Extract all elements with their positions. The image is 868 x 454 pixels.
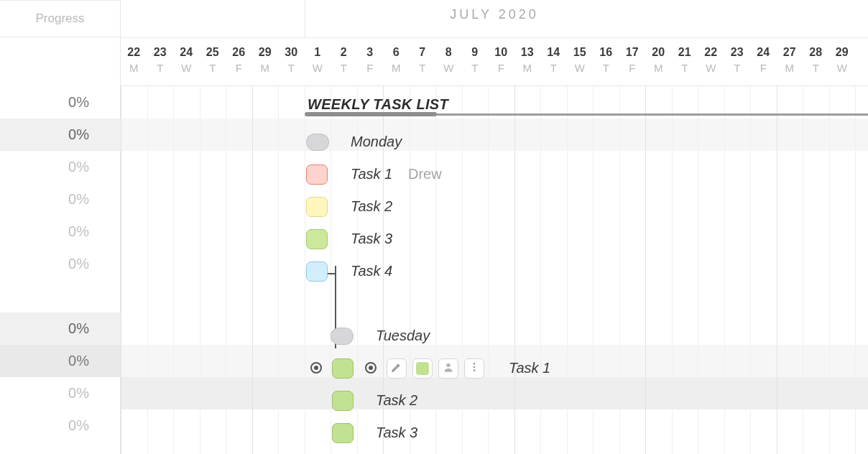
task-label: Task 1 [351, 166, 392, 182]
date-header-cell[interactable]: 2T [331, 46, 357, 74]
progress-value: 0% [0, 345, 121, 377]
date-header-cell[interactable]: 27M [777, 46, 803, 74]
edit-task-button[interactable] [387, 358, 407, 379]
date-header-cell[interactable]: 13M [514, 46, 541, 74]
progress-value: 0% [0, 248, 121, 280]
user-icon [443, 361, 454, 376]
task-chip[interactable] [332, 391, 354, 411]
task-chip[interactable] [306, 229, 328, 249]
date-header-cell[interactable]: 21T [672, 46, 698, 74]
progress-value: 0% [0, 151, 121, 183]
dependency-connector [328, 273, 335, 274]
assign-user-button[interactable] [438, 358, 458, 379]
date-header-cell[interactable]: 3F [357, 46, 384, 74]
day-chip[interactable] [306, 134, 329, 151]
task-row[interactable]: Task 3 [121, 417, 868, 449]
color-picker-button[interactable] [412, 358, 433, 379]
kebab-icon [468, 361, 480, 376]
date-header-cell[interactable]: 15W [567, 46, 594, 74]
date-header-cell[interactable]: 22W [698, 46, 724, 74]
link-start-handle[interactable] [310, 362, 322, 374]
color-swatch [416, 362, 429, 375]
svg-point-2 [474, 366, 476, 369]
month-divider [305, 0, 305, 38]
progress-column: Progress 0% 0% 0% 0% 0% 0% 0% 0% 0% 0% [0, 0, 121, 454]
progress-value: 0% [0, 183, 121, 216]
date-header-cell[interactable]: 22M [121, 46, 147, 74]
group-range-bar[interactable] [305, 112, 437, 116]
date-header-cell[interactable]: 24F [750, 46, 777, 74]
task-toolbar [387, 358, 484, 379]
pencil-icon [391, 361, 402, 376]
date-header-cell[interactable]: 14T [540, 46, 567, 74]
date-header-cell[interactable]: 23T [147, 46, 174, 74]
link-end-handle[interactable] [365, 362, 377, 374]
task-label: Task 1 [509, 360, 550, 376]
task-chip[interactable] [306, 261, 328, 282]
svg-point-3 [474, 369, 476, 371]
task-row[interactable]: Task 2 [121, 190, 868, 223]
progress-value: 0% [0, 409, 121, 442]
date-header-row: 22M23T24W25T26F29M30T1W2T3F6M7T8W9T10F13… [121, 46, 868, 74]
date-header-cell[interactable]: 7T [410, 46, 436, 74]
day-label: Tuesday [376, 328, 430, 344]
task-label: Task 3 [351, 231, 392, 247]
svg-point-1 [474, 363, 476, 365]
task-label: Task 3 [376, 425, 417, 441]
date-header-cell[interactable]: 8W [435, 46, 462, 74]
date-header-cell[interactable]: 28T [803, 46, 829, 74]
day-header-row[interactable]: Tuesday [121, 320, 868, 352]
more-options-button[interactable] [464, 358, 484, 379]
task-label: Task 4 [351, 263, 392, 279]
task-chip[interactable] [332, 358, 354, 379]
date-header-cell[interactable]: 9T [462, 46, 489, 74]
group-title: WEEKLY TASK LIST [308, 96, 448, 113]
progress-value: 0% [0, 216, 121, 248]
task-chip[interactable] [306, 165, 328, 185]
task-label: Task 2 [376, 392, 417, 409]
day-header-row[interactable]: Monday [121, 126, 868, 158]
task-label: Task 2 [351, 198, 392, 215]
day-chip[interactable] [331, 328, 354, 345]
date-header-cell[interactable]: 29M [252, 46, 279, 74]
svg-point-0 [446, 363, 450, 367]
day-label: Monday [351, 134, 402, 150]
progress-value: 0% [0, 312, 121, 345]
task-row-selected[interactable]: Task 1 [121, 352, 868, 384]
date-header-cell[interactable]: 6M [383, 46, 410, 74]
progress-header: Progress [0, 0, 120, 37]
date-header-cell[interactable]: 26F [226, 46, 252, 74]
date-header-cell[interactable]: 30T [278, 46, 305, 74]
date-header-cell[interactable]: 24W [173, 46, 200, 74]
progress-value: 0% [0, 377, 121, 409]
progress-value [0, 280, 121, 312]
task-assignee: Drew [408, 166, 442, 182]
progress-value: 0% [0, 86, 121, 119]
task-row[interactable]: Task 2 [121, 384, 868, 417]
date-header-cell[interactable]: 10F [488, 46, 514, 74]
task-row[interactable]: Task 3 [121, 223, 868, 255]
group-open-end-bar [437, 114, 868, 116]
progress-value: 0% [0, 119, 121, 151]
date-header-cell[interactable]: 25T [200, 46, 226, 74]
date-header-cell[interactable]: 29W [829, 46, 856, 74]
date-header-cell[interactable]: 1W [305, 46, 331, 74]
task-chip[interactable] [332, 423, 354, 443]
date-axis: JULY 2020 22M23T24W25T26F29M30T1W2T3F6M7… [121, 0, 868, 86]
date-header-cell[interactable]: 16T [593, 46, 619, 74]
month-label: JULY 2020 [121, 7, 868, 22]
task-row[interactable]: Task 4 [121, 255, 868, 287]
date-header-cell[interactable]: 23T [724, 46, 751, 74]
date-header-cell[interactable]: 20M [645, 46, 672, 74]
task-row[interactable]: Task 1 Drew [121, 158, 868, 190]
gantt-timeline: Progress 0% 0% 0% 0% 0% 0% 0% 0% 0% 0% J… [0, 0, 868, 454]
task-chip[interactable] [306, 197, 328, 217]
date-header-cell[interactable]: 17F [619, 46, 646, 74]
gantt-chart-body[interactable]: WEEKLY TASK LIST Monday Task 1 Drew Task… [121, 86, 868, 454]
